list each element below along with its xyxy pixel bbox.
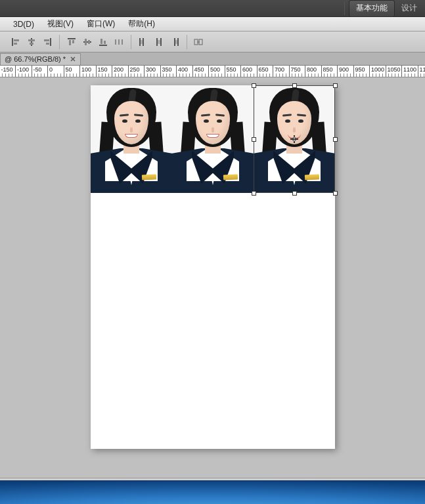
align-top-icon[interactable] (66, 37, 77, 47)
svg-rect-29 (175, 40, 177, 44)
close-icon[interactable] (70, 56, 76, 62)
svg-rect-12 (83, 41, 91, 43)
svg-rect-19 (118, 39, 120, 45)
align-bottom-icon[interactable] (98, 37, 108, 47)
align-center-v-icon[interactable] (82, 37, 93, 47)
portrait (172, 85, 254, 193)
svg-rect-18 (115, 39, 116, 45)
svg-rect-4 (28, 39, 35, 41)
menu-view[interactable]: 视图(V) (41, 17, 80, 31)
handle-ml[interactable] (252, 137, 256, 142)
svg-rect-1 (14, 39, 19, 41)
svg-rect-26 (158, 40, 160, 44)
svg-rect-27 (174, 38, 175, 46)
svg-rect-20 (122, 39, 123, 45)
id-photo-1[interactable] (91, 85, 172, 193)
dist-center-icon[interactable] (154, 37, 164, 47)
workspace-design-link[interactable]: 设计 (396, 0, 422, 16)
menu-3d[interactable]: 3D(D) (7, 18, 41, 30)
svg-rect-28 (177, 38, 179, 46)
align-left-icon[interactable] (11, 37, 21, 47)
options-bar (0, 32, 425, 52)
align-right-icon[interactable] (42, 37, 53, 47)
svg-rect-10 (69, 40, 71, 45)
svg-rect-8 (46, 43, 49, 45)
handle-bl[interactable] (252, 191, 256, 196)
portrait (91, 85, 172, 193)
svg-rect-23 (141, 40, 143, 44)
align-center-h-icon[interactable] (26, 37, 37, 47)
svg-rect-0 (12, 38, 13, 46)
name-badge (142, 174, 156, 180)
svg-rect-21 (139, 38, 141, 46)
align-edges-group (4, 35, 60, 49)
svg-rect-22 (143, 38, 144, 46)
portrait (254, 85, 335, 193)
dist-right-icon[interactable] (169, 37, 180, 47)
svg-rect-11 (72, 40, 74, 43)
distribute-group (131, 35, 187, 49)
canvas-area[interactable] (0, 77, 425, 478)
menu-window[interactable]: 窗口(W) (80, 17, 122, 31)
svg-rect-9 (68, 38, 76, 39)
handle-tl[interactable] (252, 83, 256, 88)
id-photo-2[interactable] (172, 85, 254, 193)
svg-rect-17 (104, 41, 106, 44)
handle-tc[interactable] (292, 83, 297, 88)
divider (344, 2, 345, 15)
id-photo-3[interactable] (254, 85, 335, 193)
handle-tr[interactable] (333, 83, 338, 88)
svg-rect-2 (14, 43, 17, 45)
auto-align-group (187, 35, 211, 49)
document-tab-label: @ 66.7%(RGB/8) * (5, 55, 66, 63)
document-tab-strip: @ 66.7%(RGB/8) * (0, 52, 425, 66)
svg-rect-5 (30, 43, 34, 45)
handle-br[interactable] (333, 191, 338, 196)
svg-rect-16 (101, 39, 102, 44)
document-page[interactable] (91, 85, 335, 449)
workspace-switcher-bar: 基本功能 设计 (0, 0, 425, 17)
ruler-horizontal[interactable]: -150-100-5005010015020025030035040045050… (0, 66, 425, 77)
name-badge (223, 174, 238, 180)
menu-help[interactable]: 帮助(H) (122, 17, 162, 31)
workspace-button[interactable]: 基本功能 (349, 0, 395, 17)
svg-rect-24 (156, 38, 158, 46)
svg-rect-14 (88, 40, 90, 44)
svg-rect-13 (85, 39, 87, 45)
align-vertical-group (60, 35, 131, 49)
os-taskbar[interactable] (0, 480, 425, 504)
svg-rect-15 (99, 45, 107, 46)
handle-bc[interactable] (292, 191, 297, 196)
menu-bar: 3D(D) 视图(V) 窗口(W) 帮助(H) (0, 17, 425, 32)
svg-rect-7 (44, 39, 49, 41)
document-tab[interactable]: @ 66.7%(RGB/8) * (0, 53, 81, 65)
svg-rect-25 (160, 38, 162, 46)
svg-rect-3 (31, 38, 32, 46)
name-badge (305, 174, 319, 180)
auto-align-icon[interactable] (194, 37, 204, 47)
dist-left-icon[interactable] (138, 37, 148, 47)
handle-mr[interactable] (333, 137, 338, 142)
svg-rect-6 (50, 38, 51, 46)
distribute-h-icon[interactable] (114, 37, 124, 47)
